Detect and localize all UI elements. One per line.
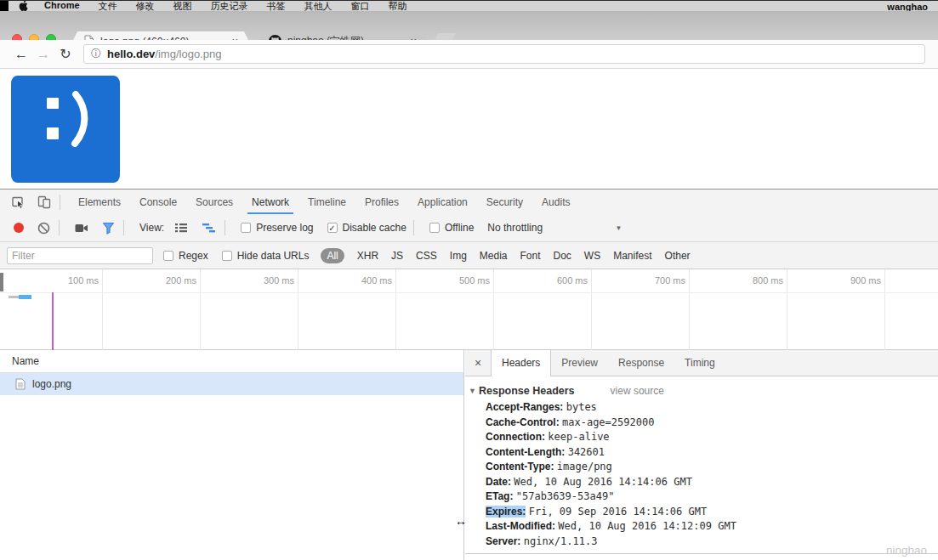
checkbox-checked: ✓ [327,223,338,233]
reload-icon[interactable]: ↻ [54,46,77,62]
header-line: Content-Length: 342601 [486,445,938,461]
header-name: Expires: [486,506,526,518]
regex-checkbox[interactable]: Regex [163,250,208,262]
load-event-line [52,292,54,350]
back-icon[interactable]: ← [10,47,32,62]
ruler-tick-label: 300 ms [243,275,294,286]
filter-type-media[interactable]: Media [480,250,508,262]
filter-type-font[interactable]: Font [520,250,541,262]
devtools-tab-network[interactable]: Network [250,189,291,214]
network-filter-bar: Regex Hide data URLs AllXHRJSCSSImgMedia… [0,242,938,269]
inspect-element-icon[interactable] [12,195,26,209]
list-view-icon[interactable] [174,222,188,234]
header-name: Connection: [486,431,545,443]
header-name: Content-Length: [486,446,565,458]
ruler-tick-label: 200 ms [145,275,196,286]
header-value: bytes [566,401,597,413]
divider [225,220,225,235]
throttling-select[interactable]: No throttling ▼ [487,222,622,234]
preserve-log-label: Preserve log [256,222,313,234]
filter-type-all[interactable]: All [321,248,344,263]
divider [123,220,124,235]
filter-type-js[interactable]: JS [391,250,403,262]
clear-icon[interactable] [37,222,50,235]
header-value: "57ab3639-53a49" [516,490,615,502]
devtools-tab-console[interactable]: Console [138,189,179,214]
address-bar[interactable]: ⓘ hello.dev/img/logo.png [83,44,925,64]
filter-type-ws[interactable]: WS [584,250,600,262]
request-row[interactable]: logo.png [0,373,463,395]
details-tab-preview[interactable]: Preview [551,350,608,376]
devtools: ElementsConsoleSourcesNetworkTimelinePro… [0,189,938,560]
record-icon[interactable] [14,223,24,233]
header-value: Wed, 10 Aug 2016 14:14:06 GMT [514,476,692,488]
filter-icon[interactable] [102,222,115,235]
devtools-tab-application[interactable]: Application [416,189,469,214]
overview-handle[interactable] [0,273,3,291]
filter-type-xhr[interactable]: XHR [357,250,378,262]
request-details-pane: × HeadersPreviewResponseTiming ▼ Respons… [465,350,938,560]
ruler-gridline [395,269,396,350]
device-toolbar-icon[interactable] [37,195,51,209]
header-line: ETag: "57ab3639-53a49" [486,489,938,505]
devtools-panel-tabs: ElementsConsoleSourcesNetworkTimelinePro… [69,189,579,214]
devtools-tab-profiles[interactable]: Profiles [363,189,401,214]
section-divider [465,553,938,554]
request-rows: logo.png [0,373,463,395]
url-path: /img/logo.png [155,48,221,60]
page-info-icon[interactable]: ⓘ [91,47,101,61]
details-tab-response[interactable]: Response [608,350,674,376]
waterfall-view-icon[interactable] [202,222,216,234]
disable-cache-label: Disable cache [343,222,406,234]
screenshot-capture-icon[interactable] [75,223,88,234]
filter-input[interactable] [7,247,153,264]
ruler-gridline [493,269,494,350]
chevron-down-icon: ▼ [615,224,622,232]
apple-menu-icon[interactable] [14,1,32,11]
header-line: Last-Modified: Wed, 10 Aug 2016 14:12:09… [486,519,938,535]
details-tab-headers[interactable]: Headers [491,350,551,376]
devtools-tab-timeline[interactable]: Timeline [306,189,348,214]
resource-type-filters: AllXHRJSCSSImgMediaFontDocWSManifestOthe… [321,248,690,263]
network-overview[interactable]: 100 ms200 ms300 ms400 ms500 ms600 ms700 … [0,269,938,350]
ruler-tick-label: 700 ms [634,275,685,286]
devtools-tab-audits[interactable]: Audits [540,189,571,214]
filter-type-other[interactable]: Other [665,250,691,262]
offline-checkbox[interactable]: Offline [429,222,474,234]
ruler-gridline [884,269,885,350]
details-tab-timing[interactable]: Timing [674,350,725,376]
watermark: ninghao [886,544,927,557]
column-header-name[interactable]: Name [0,350,463,373]
devtools-tab-elements[interactable]: Elements [77,189,122,214]
view-label: View: [139,222,164,234]
ruler-gridline [102,269,103,350]
forward-icon[interactable]: → [32,47,54,62]
filter-type-css[interactable]: CSS [416,250,437,262]
header-value: Wed, 10 Aug 2016 14:12:09 GMT [558,520,736,532]
header-line: Server: nginx/1.11.3 [486,535,938,550]
header-line: Content-Type: image/png [486,460,938,475]
filter-type-manifest[interactable]: Manifest [613,250,651,262]
checkbox-unchecked [241,223,251,233]
resize-cursor-icon: ↔ [455,514,467,528]
request-waiting-bar [9,296,19,298]
filter-type-img[interactable]: Img [450,250,467,262]
hide-data-urls-checkbox[interactable]: Hide data URLs [222,250,310,262]
header-line: Cache-Control: max-age=2592000 [486,416,938,431]
ruler-tick-label: 800 ms [732,275,783,286]
view-source-link[interactable]: view source [611,385,664,397]
disable-cache-checkbox[interactable]: ✓ Disable cache [327,222,406,234]
header-name: Content-Type: [486,461,554,472]
response-headers-section[interactable]: ▼ Response Headers view source [469,385,938,397]
preserve-log-checkbox[interactable]: Preserve log [241,222,313,234]
ruler-tick-label: 900 ms [830,275,881,286]
macos-menu-bar: Chrome 文件修改视图历史记录书签其他人窗口帮助 wanghao [0,0,938,11]
ruler-gridline [591,269,592,350]
network-toolbar: View: Preserve log ✓ Disable cache Offli… [0,214,938,242]
filter-type-doc[interactable]: Doc [554,250,571,262]
devtools-tab-sources[interactable]: Sources [194,189,235,214]
close-icon[interactable]: × [465,356,491,370]
section-title: Response Headers [479,385,575,397]
devtools-tab-security[interactable]: Security [485,189,525,214]
disclosure-triangle-icon[interactable]: ▼ [469,387,479,395]
